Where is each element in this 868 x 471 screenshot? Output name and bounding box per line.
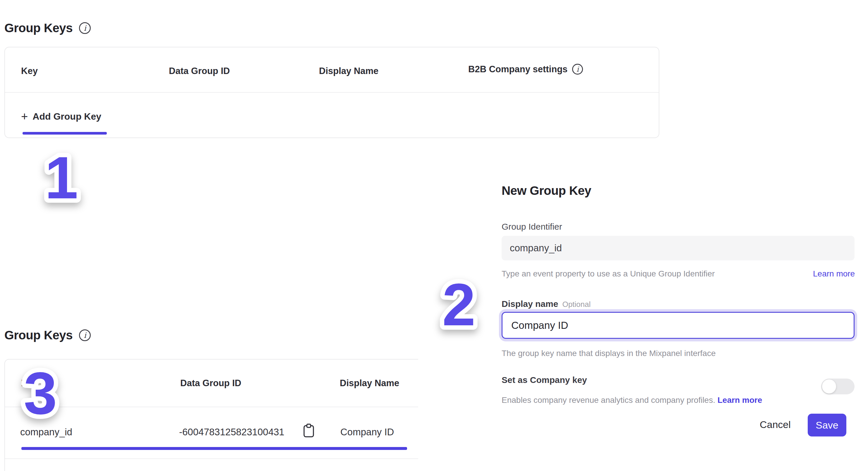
cancel-button[interactable]: Cancel: [760, 419, 791, 430]
column-header-display-name: Display Name: [319, 66, 378, 76]
group-keys-heading-top-label: Group Keys: [4, 21, 72, 35]
group-keys-heading-bottom-label: Group Keys: [4, 328, 72, 342]
row-display-name-cell: Company ID: [340, 427, 394, 438]
tutorial-highlight-underline-add: [23, 132, 107, 134]
info-icon[interactable]: i: [79, 329, 91, 341]
group-keys-table-empty: [4, 47, 659, 138]
step-2-annotation: 2: [430, 272, 495, 337]
tutorial-highlight-underline-row: [21, 447, 407, 450]
plus-icon: +: [21, 111, 28, 122]
info-icon[interactable]: i: [572, 64, 583, 74]
column-header-data-group-id: Data Group ID: [180, 378, 241, 388]
new-group-key-title: New Group Key: [502, 184, 591, 198]
set-company-key-label: Set as Company key: [502, 375, 587, 385]
table-row-divider: [5, 459, 418, 459]
learn-more-link-identifier[interactable]: Learn more: [813, 269, 855, 279]
display-name-input[interactable]: [502, 312, 855, 339]
copy-icon[interactable]: [303, 423, 314, 438]
svg-text:1: 1: [45, 144, 78, 211]
column-header-key: Key: [21, 66, 38, 76]
column-header-b2b-settings: B2B Company settings i: [468, 64, 583, 74]
group-identifier-label: Group Identifier: [502, 222, 562, 232]
step-1-annotation: 1: [35, 146, 99, 211]
column-header-display-name: Display Name: [340, 378, 399, 388]
add-group-key-label: Add Group Key: [32, 111, 101, 122]
group-keys-heading-top: Group Keys i: [4, 21, 91, 35]
group-identifier-helper: Type an event property to use as a Uniqu…: [502, 269, 715, 279]
info-icon[interactable]: i: [79, 22, 91, 34]
save-button[interactable]: Save: [808, 414, 846, 437]
display-name-label-row: Display name Optional: [502, 299, 591, 309]
group-identifier-input[interactable]: [502, 236, 855, 260]
company-key-toggle[interactable]: [821, 379, 855, 394]
learn-more-link-company[interactable]: Learn more: [718, 396, 762, 405]
svg-text:2: 2: [442, 271, 475, 338]
step-3-annotation: 3: [14, 361, 79, 426]
svg-text:3: 3: [24, 359, 57, 427]
toggle-knob: [822, 379, 836, 394]
company-key-helper: Enables company revenue analytics and co…: [502, 396, 762, 405]
display-name-label: Display name: [502, 299, 558, 309]
row-data-group-id-cell: -6004783125823100431: [179, 427, 284, 438]
table-header-divider: [5, 92, 659, 93]
display-name-helper: The group key name that displays in the …: [502, 349, 716, 358]
group-keys-heading-bottom: Group Keys i: [4, 328, 91, 342]
column-header-data-group-id: Data Group ID: [169, 66, 230, 76]
add-group-key-button[interactable]: + Add Group Key: [21, 111, 101, 122]
group-keys-tutorial-page: { "colors": { "accent": "#5346e4", "anno…: [0, 0, 868, 471]
row-key-cell: company_id: [20, 427, 72, 438]
optional-badge: Optional: [562, 300, 591, 309]
